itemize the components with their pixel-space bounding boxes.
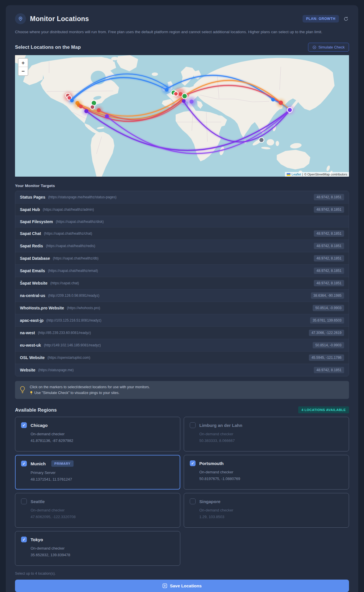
- map-zoom-controls: + −: [18, 58, 28, 76]
- target-url: (https://sapat.chat/healthz/chat): [44, 231, 92, 236]
- tip-line-2: Use "Simulate Check" to visualize pings …: [34, 390, 119, 396]
- table-row: WhoHosts.pro Website(https://whohosts.pr…: [15, 302, 349, 314]
- target-name: Website: [20, 368, 35, 372]
- region-card-seattle[interactable]: SeattleOn-demand checker47.6062095, -122…: [15, 493, 180, 528]
- region-checkbox-chicago[interactable]: ✓: [21, 422, 27, 428]
- region-card-tokyo[interactable]: ✓TokyoOn-demand checker35.652832, 139.83…: [15, 531, 180, 566]
- us-red-marker[interactable]: [79, 105, 83, 109]
- region-card-singapore[interactable]: SingaporeOn-demand checker1.29, 103.8503: [184, 493, 349, 528]
- tip-line-1: Click on the markers to select/deselect …: [30, 384, 150, 390]
- map[interactable]: + − Leaflet | © OpenStreetMap contributo…: [15, 55, 349, 177]
- region-card-portsmouth[interactable]: ✓PortsmouthOn-demand checker50.8197675, …: [184, 455, 349, 490]
- coordinates-badge: 48.9742, 8.1851: [314, 367, 344, 373]
- map-attribution: Leaflet | © OpenStreetMap contributors: [285, 172, 349, 177]
- osm-attribution: © OpenStreetMap contributors: [304, 173, 347, 176]
- korea-red-marker[interactable]: [279, 101, 283, 105]
- region-description: On-demand checker: [31, 431, 174, 438]
- region-coordinates: 1.29, 103.8503: [199, 514, 343, 520]
- target-name: na-west: [20, 330, 35, 335]
- target-name: Sapat Redis: [20, 244, 43, 248]
- ukraine-flag-icon: [287, 173, 290, 176]
- target-url: (https://sapat.chat/healthz/db): [53, 256, 98, 260]
- map-zoom-in-button[interactable]: +: [18, 59, 28, 67]
- target-name: eu-west-uk: [20, 343, 41, 348]
- region-name: Portsmouth: [199, 461, 224, 466]
- region-name: Chicago: [31, 423, 48, 428]
- target-name: apac-east-jp: [20, 318, 44, 323]
- table-row: eu-west-uk(http://149.102.146.185:8081/r…: [15, 339, 349, 351]
- page-title: Monitor Locations: [30, 15, 89, 23]
- region-checkbox-singapore[interactable]: [190, 498, 196, 504]
- lightbulb-icon: [20, 386, 25, 394]
- target-url: (https://statuspage.me): [38, 368, 74, 372]
- eu-purple-marker-a[interactable]: [182, 99, 185, 103]
- region-checkbox-seattle[interactable]: [21, 498, 27, 504]
- map-section-title: Select Locations on the Map: [15, 44, 81, 50]
- table-row: Sapat Chat(https://sapat.chat/healthz/ch…: [15, 227, 349, 240]
- eu-purple-marker-b[interactable]: [189, 100, 194, 104]
- china-blue-marker[interactable]: [271, 98, 275, 102]
- region-name: Limburg an der Lahn: [199, 423, 242, 428]
- primary-badge: PRIMARY: [51, 460, 74, 467]
- map-zoom-out-button[interactable]: −: [18, 67, 28, 75]
- region-coordinates: 47.6062095, -122.3320708: [31, 514, 174, 520]
- na-west-marker[interactable]: [70, 99, 74, 102]
- simulate-check-button[interactable]: Simulate Check: [308, 43, 349, 52]
- region-card-munich[interactable]: ✓MunichPRIMARYPrimary Server48.1371541, …: [15, 455, 180, 490]
- region-checkbox-portsmouth[interactable]: ✓: [190, 460, 196, 466]
- region-coordinates: 50.8197675, -1.0880769: [199, 476, 343, 482]
- region-checkbox-tokyo[interactable]: ✓: [21, 537, 27, 542]
- coordinates-badge: 48.9742, 8.1851: [314, 243, 344, 249]
- region-checkbox-limburg-an-der-lahn[interactable]: [190, 422, 196, 428]
- region-description: On-demand checker: [199, 469, 343, 476]
- region-name: Seattle: [31, 499, 45, 504]
- locations-available-badge: 4 LOCATIONS AVAILABLE: [298, 406, 349, 413]
- plan-description: Choose where your distributed monitors w…: [15, 29, 349, 35]
- region-coordinates: 50.383333, 8.066667: [199, 438, 343, 444]
- world-map-svg: [15, 55, 349, 177]
- coordinates-badge: 48.9742, 8.1851: [314, 255, 344, 262]
- target-name: Sapat Chat: [20, 231, 41, 236]
- target-url: (https://sapat.chat/healthz/admin): [43, 208, 94, 212]
- target-name: Sapat Emails: [20, 268, 45, 273]
- region-description: Primary Server: [31, 470, 174, 476]
- save-locations-button[interactable]: Save Locations: [15, 580, 349, 592]
- leaflet-link[interactable]: Leaflet: [292, 173, 301, 176]
- table-row: Sapat Filesystem(https://sapat.chat/heal…: [15, 216, 349, 227]
- singapore-marker[interactable]: [259, 138, 264, 143]
- regions-grid: ✓ChicagoOn-demand checker41.8781136, -87…: [15, 417, 349, 566]
- munich-marker[interactable]: [182, 94, 187, 99]
- target-url: (http://149.102.146.185:8081/readyz): [44, 343, 101, 347]
- table-row: na-west(http://85.239.233.60:8081/readyz…: [15, 326, 349, 339]
- region-description: On-demand checker: [31, 545, 174, 552]
- target-url: (https://sapat.chat/healthz/disk): [56, 220, 104, 224]
- tokyo-marker[interactable]: [287, 108, 292, 113]
- panel-header: Monitor Locations PLAN: GROWTH: [15, 13, 349, 24]
- region-description: On-demand checker: [31, 507, 174, 514]
- na-central-marker[interactable]: [90, 105, 95, 109]
- target-url: (http://85.239.233.60:8081/readyz): [38, 331, 91, 335]
- coordinates-badge: 48.9742, 8.1851: [314, 206, 344, 213]
- table-row: Sapat Hub(https://sapat.chat/healthz/adm…: [15, 203, 349, 216]
- monitor-locations-panel: Monitor Locations PLAN: GROWTH Choose wh…: [6, 5, 358, 592]
- selection-limit-note: Select up to 4 location(s).: [15, 572, 349, 576]
- uk-blue-marker[interactable]: [165, 88, 168, 92]
- table-row: Sapat Database(https://sapat.chat/health…: [15, 252, 349, 264]
- us-purple-marker-a[interactable]: [84, 109, 88, 113]
- region-checkbox-munich[interactable]: ✓: [21, 461, 27, 466]
- region-card-limburg-an-der-lahn[interactable]: Limburg an der LahnOn-demand checker50.3…: [184, 417, 349, 451]
- region-description: On-demand checker: [199, 507, 343, 514]
- us-purple-marker-b[interactable]: [105, 114, 109, 118]
- target-name: Sapat Filesystem: [20, 219, 53, 224]
- coordinates-badge: 38.6364, -90.1985: [311, 292, 344, 299]
- region-name: Munich: [31, 461, 46, 466]
- refresh-icon[interactable]: [343, 16, 349, 22]
- table-row: Sapat Emails(https://sapat.chat/healthz/…: [15, 264, 349, 277]
- region-card-chicago[interactable]: ✓ChicagoOn-demand checker41.8781136, -87…: [15, 417, 180, 451]
- region-description: On-demand checker: [199, 431, 343, 438]
- monitor-targets-table: Status Pages(https://statuspage.me/healt…: [15, 191, 349, 376]
- table-row: na-central-us(http://209.126.0.56:8081/r…: [15, 289, 349, 302]
- gulf-red-marker[interactable]: [97, 108, 101, 112]
- uk-red-marker[interactable]: [174, 92, 178, 96]
- coordinates-badge: 35.6761, 139.6503: [310, 317, 344, 324]
